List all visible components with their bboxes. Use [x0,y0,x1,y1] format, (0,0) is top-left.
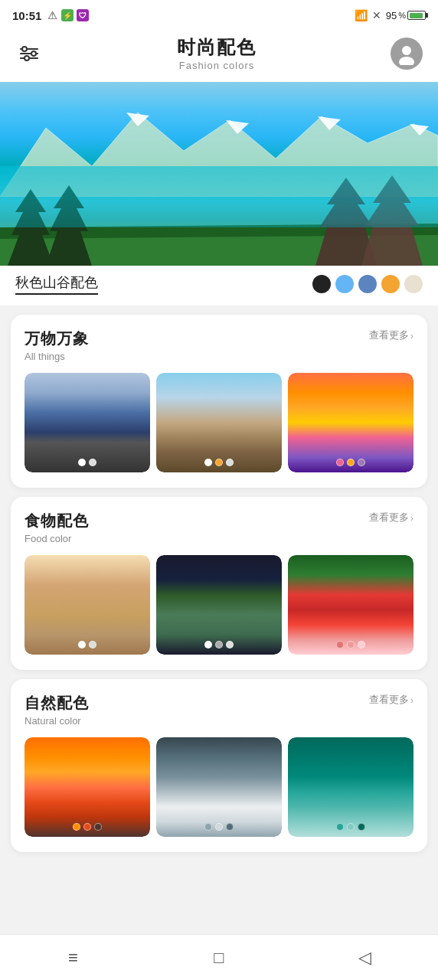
section-subtitle: All things [25,351,89,362]
photo-color-dot [215,823,223,831]
photo-item[interactable] [288,555,413,655]
hero-colors [312,275,423,293]
hero-image [0,82,438,266]
photo-color-swatches [336,459,365,466]
back-icon: ◁ [358,948,371,968]
photo-color-dot [78,459,86,466]
section-subtitle: Food color [25,533,89,544]
svg-point-3 [31,51,36,56]
nav-back[interactable]: ◁ [335,942,396,973]
photo-color-dot [226,823,234,831]
photo-color-dot [336,823,344,831]
hero-color-dot [381,275,400,293]
photo-color-swatches [204,641,234,648]
nav-menu[interactable]: ≡ [42,942,103,973]
photo-color-dot [226,641,234,648]
svg-point-1 [22,47,27,51]
battery-saver-icon: ⚡ [61,9,74,21]
photo-item[interactable] [156,373,282,472]
section-title-block: 自然配色Natural color [25,693,89,727]
photo-color-dot [336,459,344,466]
photo-item[interactable] [156,737,282,837]
battery-indicator: 95 % [386,10,426,21]
photo-color-dot [347,823,355,831]
photo-color-dot [215,459,223,466]
chevron-right-icon: › [410,512,413,524]
section-card-all-things: 万物万象All things查看更多 › [11,315,427,488]
photo-color-dot [89,641,96,648]
photo-thumbnail [288,737,413,837]
avatar[interactable] [391,38,423,70]
header-title-block: 时尚配色 Fashion colors [177,35,257,71]
svg-marker-17 [46,185,92,266]
photo-grid [25,737,413,837]
hero-color-dot [358,275,377,293]
photo-item[interactable] [156,555,282,655]
settings-icon[interactable] [15,40,43,67]
chevron-right-icon: › [410,330,413,341]
photo-thumbnail [156,737,282,837]
see-more-button[interactable]: 查看更多 › [369,511,413,524]
photo-thumbnail [25,373,150,472]
photo-color-dot [204,459,212,466]
section-title: 万物万象 [25,328,89,349]
photo-item[interactable] [25,373,150,472]
see-more-button[interactable]: 查看更多 › [369,328,413,342]
photo-color-dot [347,641,355,648]
photo-item[interactable] [25,555,150,655]
photo-color-dot [78,641,86,648]
photo-thumbnail [156,555,282,655]
photo-color-dot [358,459,365,466]
section-title: 自然配色 [25,693,89,714]
section-header: 万物万象All things查看更多 › [25,328,413,362]
photo-color-swatches [73,823,102,831]
photo-color-dot [358,823,365,831]
photo-color-dot [226,459,234,466]
nav-home[interactable]: □ [188,942,250,973]
header: 时尚配色 Fashion colors [0,28,438,82]
chevron-right-icon: › [410,694,413,706]
photo-color-dot [215,641,223,648]
wifi-icon: 📶 [355,9,368,21]
photo-color-dot [73,823,80,831]
photo-color-swatches [336,641,365,648]
photo-color-swatches [78,459,96,466]
photo-thumbnail [156,373,282,472]
section-subtitle: Natural color [25,715,89,727]
photo-color-dot [336,641,344,648]
svg-marker-8 [0,113,438,197]
photo-thumbnail [25,737,150,837]
photo-color-swatches [78,641,96,648]
svg-point-7 [399,57,414,65]
section-title-block: 万物万象All things [25,328,89,362]
section-title-block: 食物配色Food color [25,511,89,544]
warning-icon: ⚠ [46,9,58,21]
section-header: 自然配色Natural color查看更多 › [25,693,413,727]
photo-color-dot [204,823,212,831]
hero-label: 秋色山谷配色 [15,273,98,295]
signal-x-icon: ✕ [372,9,381,21]
section-header: 食物配色Food color查看更多 › [25,511,413,544]
svg-point-6 [402,46,411,55]
photo-color-dot [89,459,96,466]
see-more-button[interactable]: 查看更多 › [369,693,413,707]
photo-color-swatches [204,459,234,466]
header-title: 时尚配色 [177,35,257,60]
photo-color-dot [358,641,365,648]
photo-color-dot [83,823,91,831]
photo-color-dot [94,823,102,831]
photo-thumbnail [25,555,150,655]
photo-item[interactable] [288,373,413,472]
photo-thumbnail [288,555,413,655]
photo-item[interactable] [288,737,413,837]
photo-color-swatches [204,823,234,831]
photo-color-dot [204,641,212,648]
header-subtitle: Fashion colors [177,60,257,71]
photo-grid [25,373,413,472]
photo-color-dot [347,459,355,466]
hero-color-dot [335,275,354,293]
home-icon: □ [214,948,224,968]
hero-color-dot [312,275,331,293]
photo-item[interactable] [25,737,150,837]
svg-marker-16 [8,189,54,266]
